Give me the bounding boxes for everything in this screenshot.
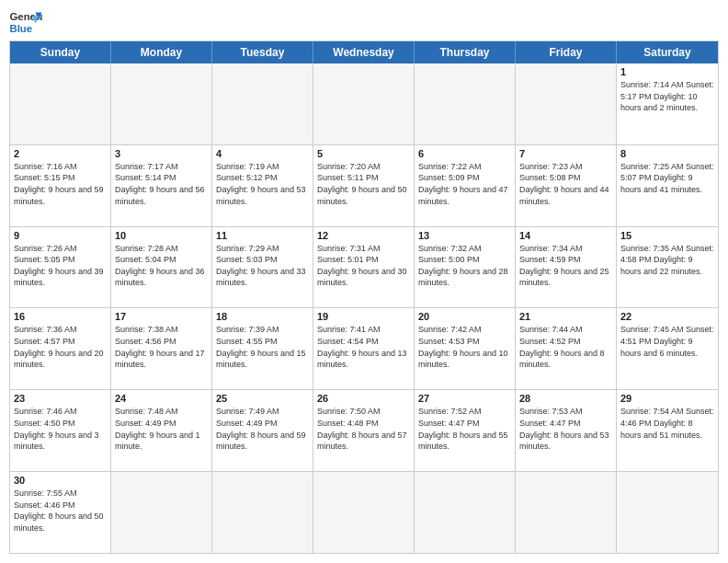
day-number: 12 [317,230,410,241]
day-number: 24 [115,393,208,404]
day-cell-20: 20Sunrise: 7:42 AM Sunset: 4:53 PM Dayli… [415,308,516,389]
day-cell-4: 4Sunrise: 7:19 AM Sunset: 5:12 PM Daylig… [212,145,313,226]
day-cell-29: 29Sunrise: 7:54 AM Sunset: 4:46 PM Dayli… [617,390,718,471]
day-cell-5: 5Sunrise: 7:20 AM Sunset: 5:11 PM Daylig… [313,145,415,226]
day-number: 2 [14,148,107,159]
day-number: 19 [317,311,410,322]
week-row-1: 1Sunrise: 7:14 AM Sunset: 5:17 PM Daylig… [10,63,718,144]
day-cell-7: 7Sunrise: 7:23 AM Sunset: 5:08 PM Daylig… [516,145,617,226]
day-info: Sunrise: 7:29 AM Sunset: 5:03 PM Dayligh… [216,243,309,289]
day-number: 11 [216,230,309,241]
day-cell-19: 19Sunrise: 7:41 AM Sunset: 4:54 PM Dayli… [313,308,415,389]
day-info: Sunrise: 7:49 AM Sunset: 4:49 PM Dayligh… [216,406,309,452]
calendar-body: 1Sunrise: 7:14 AM Sunset: 5:17 PM Daylig… [10,63,718,553]
day-info: Sunrise: 7:55 AM Sunset: 4:46 PM Dayligh… [14,488,107,534]
header: General Blue [9,9,719,35]
svg-text:Blue: Blue [10,23,33,34]
day-info: Sunrise: 7:20 AM Sunset: 5:11 PM Dayligh… [317,161,410,207]
day-info: Sunrise: 7:38 AM Sunset: 4:56 PM Dayligh… [115,324,208,370]
day-header-monday: Monday [111,41,212,63]
day-info: Sunrise: 7:17 AM Sunset: 5:14 PM Dayligh… [115,161,208,207]
day-info: Sunrise: 7:26 AM Sunset: 5:05 PM Dayligh… [14,243,107,289]
week-row-4: 16Sunrise: 7:36 AM Sunset: 4:57 PM Dayli… [10,307,718,389]
day-info: Sunrise: 7:50 AM Sunset: 4:48 PM Dayligh… [317,406,410,452]
day-headers-row: SundayMondayTuesdayWednesdayThursdayFrid… [10,41,718,63]
day-number: 26 [317,393,410,404]
day-info: Sunrise: 7:25 AM Sunset: 5:07 PM Dayligh… [620,161,714,196]
day-info: Sunrise: 7:34 AM Sunset: 4:59 PM Dayligh… [519,243,612,289]
day-info: Sunrise: 7:42 AM Sunset: 4:53 PM Dayligh… [418,324,511,370]
week-row-6: 30Sunrise: 7:55 AM Sunset: 4:46 PM Dayli… [10,471,718,553]
day-cell-26: 26Sunrise: 7:50 AM Sunset: 4:48 PM Dayli… [313,390,415,471]
day-number: 25 [216,393,309,404]
empty-day-cell [415,63,516,144]
day-cell-11: 11Sunrise: 7:29 AM Sunset: 5:03 PM Dayli… [212,227,313,308]
day-info: Sunrise: 7:23 AM Sunset: 5:08 PM Dayligh… [519,161,612,207]
empty-day-cell [313,63,415,144]
day-cell-17: 17Sunrise: 7:38 AM Sunset: 4:56 PM Dayli… [111,308,212,389]
day-info: Sunrise: 7:52 AM Sunset: 4:47 PM Dayligh… [418,406,511,452]
day-info: Sunrise: 7:44 AM Sunset: 4:52 PM Dayligh… [519,324,612,370]
day-number: 3 [115,148,208,159]
day-info: Sunrise: 7:14 AM Sunset: 5:17 PM Dayligh… [620,79,714,114]
day-cell-3: 3Sunrise: 7:17 AM Sunset: 5:14 PM Daylig… [111,145,212,226]
day-info: Sunrise: 7:32 AM Sunset: 5:00 PM Dayligh… [418,243,511,289]
generalblue-logo-icon: General Blue [9,9,42,35]
day-info: Sunrise: 7:36 AM Sunset: 4:57 PM Dayligh… [14,324,107,370]
day-cell-30: 30Sunrise: 7:55 AM Sunset: 4:46 PM Dayli… [10,472,111,553]
day-header-wednesday: Wednesday [313,41,415,63]
day-cell-21: 21Sunrise: 7:44 AM Sunset: 4:52 PM Dayli… [516,308,617,389]
day-cell-22: 22Sunrise: 7:45 AM Sunset: 4:51 PM Dayli… [617,308,718,389]
day-cell-28: 28Sunrise: 7:53 AM Sunset: 4:47 PM Dayli… [516,390,617,471]
day-number: 16 [14,311,107,322]
day-info: Sunrise: 7:48 AM Sunset: 4:49 PM Dayligh… [115,406,208,452]
logo: General Blue [9,9,42,35]
day-number: 17 [115,311,208,322]
day-cell-27: 27Sunrise: 7:52 AM Sunset: 4:47 PM Dayli… [415,390,516,471]
day-cell-9: 9Sunrise: 7:26 AM Sunset: 5:05 PM Daylig… [10,227,111,308]
day-cell-2: 2Sunrise: 7:16 AM Sunset: 5:15 PM Daylig… [10,145,111,226]
day-number: 9 [14,230,107,241]
calendar: SundayMondayTuesdayWednesdayThursdayFrid… [9,40,719,554]
empty-day-cell [111,63,212,144]
day-number: 20 [418,311,511,322]
day-number: 1 [620,66,714,77]
empty-day-cell [111,472,212,553]
day-header-thursday: Thursday [415,41,516,63]
day-header-saturday: Saturday [617,41,718,63]
day-number: 21 [519,311,612,322]
day-cell-8: 8Sunrise: 7:25 AM Sunset: 5:07 PM Daylig… [617,145,718,226]
week-row-2: 2Sunrise: 7:16 AM Sunset: 5:15 PM Daylig… [10,144,718,226]
day-cell-14: 14Sunrise: 7:34 AM Sunset: 4:59 PM Dayli… [516,227,617,308]
week-row-3: 9Sunrise: 7:26 AM Sunset: 5:05 PM Daylig… [10,226,718,308]
day-cell-24: 24Sunrise: 7:48 AM Sunset: 4:49 PM Dayli… [111,390,212,471]
day-info: Sunrise: 7:28 AM Sunset: 5:04 PM Dayligh… [115,243,208,289]
day-number: 10 [115,230,208,241]
day-cell-6: 6Sunrise: 7:22 AM Sunset: 5:09 PM Daylig… [415,145,516,226]
day-cell-16: 16Sunrise: 7:36 AM Sunset: 4:57 PM Dayli… [10,308,111,389]
day-info: Sunrise: 7:39 AM Sunset: 4:55 PM Dayligh… [216,324,309,370]
day-number: 29 [620,393,714,404]
day-info: Sunrise: 7:31 AM Sunset: 5:01 PM Dayligh… [317,243,410,289]
day-info: Sunrise: 7:54 AM Sunset: 4:46 PM Dayligh… [620,406,714,441]
day-number: 27 [418,393,511,404]
day-number: 13 [418,230,511,241]
day-number: 6 [418,148,511,159]
day-info: Sunrise: 7:46 AM Sunset: 4:50 PM Dayligh… [14,406,107,452]
day-cell-1: 1Sunrise: 7:14 AM Sunset: 5:17 PM Daylig… [617,63,718,144]
day-info: Sunrise: 7:41 AM Sunset: 4:54 PM Dayligh… [317,324,410,370]
week-row-5: 23Sunrise: 7:46 AM Sunset: 4:50 PM Dayli… [10,389,718,471]
empty-day-cell [516,472,617,553]
empty-day-cell [313,472,415,553]
day-number: 4 [216,148,309,159]
day-number: 30 [14,475,107,486]
day-info: Sunrise: 7:35 AM Sunset: 4:58 PM Dayligh… [620,243,714,278]
day-cell-15: 15Sunrise: 7:35 AM Sunset: 4:58 PM Dayli… [617,227,718,308]
day-info: Sunrise: 7:53 AM Sunset: 4:47 PM Dayligh… [519,406,612,452]
day-info: Sunrise: 7:19 AM Sunset: 5:12 PM Dayligh… [216,161,309,207]
page: General Blue SundayMondayTuesdayWednesda… [0,0,728,563]
day-cell-23: 23Sunrise: 7:46 AM Sunset: 4:50 PM Dayli… [10,390,111,471]
day-number: 23 [14,393,107,404]
day-number: 8 [620,148,714,159]
day-info: Sunrise: 7:22 AM Sunset: 5:09 PM Dayligh… [418,161,511,207]
